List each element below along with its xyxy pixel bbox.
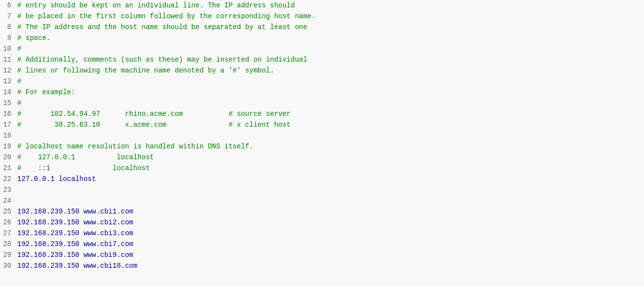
line-content: # lines or following the machine name de… <box>17 65 274 76</box>
line-number: 7 <box>0 11 17 22</box>
line-content: 192.168.239.150 www.cbi3.com <box>17 228 133 239</box>
line-content: # 38.25.63.10 x.acme.com # x client host <box>17 119 291 130</box>
line-number: 24 <box>0 195 17 206</box>
code-line: 8# The IP address and the host name shou… <box>0 22 644 33</box>
code-line: 16# 102.54.94.97 rhino.acme.com # source… <box>0 108 644 119</box>
code-line: 15# <box>0 98 644 108</box>
line-content: # localhost name resolution is handled w… <box>17 141 253 152</box>
line-number: 25 <box>0 206 17 217</box>
line-content: 127.0.0.1 localhost <box>17 174 96 184</box>
code-line: 29192.168.239.150 www.cbi9.com <box>0 250 644 260</box>
line-number: 23 <box>0 184 17 195</box>
line-content: # <box>17 76 21 87</box>
line-content: # space. <box>17 33 50 43</box>
line-content: # <box>17 43 21 54</box>
line-number: 30 <box>0 260 17 271</box>
code-line: 6# entry should be kept on an individual… <box>0 0 644 11</box>
line-number: 27 <box>0 228 17 239</box>
line-content: 192.168.239.150 www.cbi18.com <box>17 260 138 271</box>
line-content: # 102.54.94.97 rhino.acme.com # source s… <box>17 108 291 119</box>
line-number: 8 <box>0 22 17 33</box>
code-line: 30192.168.239.150 www.cbi18.com <box>0 260 644 271</box>
line-content: # ::1 localhost <box>17 163 150 174</box>
code-line: 20# 127.0.0.1 localhost <box>0 152 644 163</box>
line-content: # For example: <box>17 87 75 98</box>
code-line: 14# For example: <box>0 87 644 98</box>
code-line: 24 <box>0 195 644 206</box>
code-line: 10# <box>0 43 644 54</box>
line-number: 29 <box>0 250 17 260</box>
line-number: 20 <box>0 152 17 163</box>
line-number: 16 <box>0 108 17 119</box>
line-content: # <box>17 98 21 108</box>
code-line: 7# be placed in the first column followe… <box>0 11 644 22</box>
line-number: 17 <box>0 119 17 130</box>
line-number: 15 <box>0 98 17 108</box>
line-number: 28 <box>0 239 17 250</box>
code-line: 25192.168.239.150 www.cbi1.com <box>0 206 644 217</box>
line-number: 22 <box>0 174 17 184</box>
code-line: 17# 38.25.63.10 x.acme.com # x client ho… <box>0 119 644 130</box>
code-line: 9# space. <box>0 33 644 43</box>
code-line: 19# localhost name resolution is handled… <box>0 141 644 152</box>
code-line: 12# lines or following the machine name … <box>0 65 644 76</box>
code-line: 21# ::1 localhost <box>0 163 644 174</box>
code-line: 13# <box>0 76 644 87</box>
line-content: # The IP address and the host name shoul… <box>17 22 307 33</box>
line-content: 192.168.239.150 www.cbi2.com <box>17 217 133 228</box>
code-line: 22127.0.0.1 localhost <box>0 174 644 184</box>
line-content: 192.168.239.150 www.cbi9.com <box>17 250 133 260</box>
code-line: 27192.168.239.150 www.cbi3.com <box>0 228 644 239</box>
line-content: 192.168.239.150 www.cbi7.com <box>17 239 133 250</box>
code-line: 23 <box>0 184 644 195</box>
line-number: 9 <box>0 33 17 43</box>
line-number: 12 <box>0 65 17 76</box>
line-number: 21 <box>0 163 17 174</box>
code-line: 18 <box>0 130 644 141</box>
line-content: # entry should be kept on an individual … <box>17 0 295 11</box>
code-container: 6# entry should be kept on an individual… <box>0 0 644 286</box>
line-number: 11 <box>0 54 17 65</box>
line-content: 192.168.239.150 www.cbi1.com <box>17 206 133 217</box>
line-content: # Additionally, comments (such as these)… <box>17 54 307 65</box>
line-content: # be placed in the first column followed… <box>17 11 316 22</box>
code-line: 11# Additionally, comments (such as thes… <box>0 54 644 65</box>
line-number: 26 <box>0 217 17 228</box>
code-line: 26192.168.239.150 www.cbi2.com <box>0 217 644 228</box>
line-number: 6 <box>0 0 17 11</box>
line-number: 13 <box>0 76 17 87</box>
line-number: 19 <box>0 141 17 152</box>
line-number: 14 <box>0 87 17 98</box>
code-line: 28192.168.239.150 www.cbi7.com <box>0 239 644 250</box>
line-content: # 127.0.0.1 localhost <box>17 152 154 163</box>
line-number: 10 <box>0 43 17 54</box>
line-number: 18 <box>0 130 17 141</box>
